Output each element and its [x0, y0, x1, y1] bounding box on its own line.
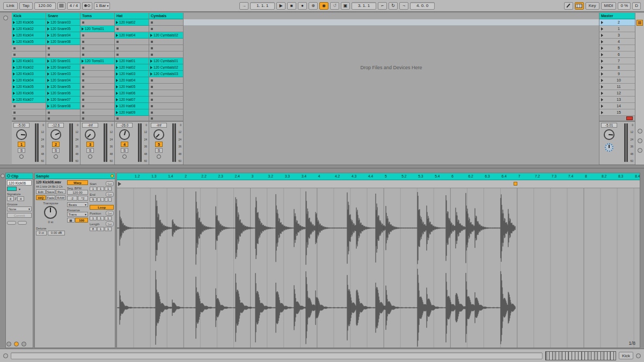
scene-slot[interactable]: 3: [599, 32, 635, 39]
solo-button[interactable]: S: [121, 148, 128, 153]
start-digit[interactable]: 1: [105, 187, 112, 191]
scene-slot[interactable]: 8: [599, 64, 635, 71]
volume-knob[interactable]: [50, 129, 61, 140]
tap-tempo-button[interactable]: Tap: [19, 2, 33, 10]
clip-slot[interactable]: 120 Kick03: [12, 71, 46, 77]
sample-props-toggle[interactable]: [14, 342, 19, 346]
clip-slot[interactable]: 120 Kick05: [12, 84, 46, 90]
empty-clip-slot[interactable]: [80, 39, 114, 45]
revert-button[interactable]: Rev.: [56, 189, 65, 194]
clip-play-icon[interactable]: [47, 98, 49, 101]
clip-play-icon[interactable]: [116, 85, 118, 88]
clip-play-icon[interactable]: [13, 92, 15, 95]
clip-overview[interactable]: [545, 351, 616, 360]
seg-bpm-value[interactable]: 120.00: [67, 190, 88, 195]
clip-slot[interactable]: 120 Cymbals03: [149, 71, 183, 77]
scene-launch-icon[interactable]: [601, 66, 603, 69]
empty-clip-slot[interactable]: [149, 39, 183, 45]
clip-slot[interactable]: 120 Hat01: [115, 58, 149, 64]
track-title[interactable]: Cymbals: [149, 13, 183, 19]
back-to-arrangement-button[interactable]: [626, 116, 633, 120]
bpm-half-button[interactable]: :2: [67, 196, 77, 201]
loop-length-field[interactable]: 4. 0. 0: [410, 2, 435, 10]
draw-mode-button[interactable]: [564, 2, 573, 10]
clip-slot[interactable]: 120 Hat02: [115, 64, 149, 71]
envelope-props-toggle[interactable]: [21, 342, 26, 346]
sample-box-header[interactable]: Sample: [35, 173, 115, 179]
empty-clip-slot[interactable]: [80, 90, 114, 97]
scene-slot[interactable]: 11: [599, 84, 635, 90]
clip-slot[interactable]: 120 Kick04: [12, 32, 46, 39]
clip-view-icon[interactable]: [1, 174, 5, 178]
volume-display[interactable]: -5.01: [601, 123, 617, 128]
midi-map-button[interactable]: MIDI: [601, 2, 617, 10]
clip-play-icon[interactable]: [47, 66, 49, 69]
clip-slot[interactable]: 120 Snare05: [46, 84, 80, 90]
clip-play-icon[interactable]: [82, 27, 84, 31]
commit-button[interactable]: Commit: [7, 213, 32, 218]
solo-button[interactable]: S: [155, 148, 163, 153]
loop-start-field[interactable]: 3. 1. 1: [352, 2, 376, 10]
track-title[interactable]: Kick: [12, 13, 46, 19]
clip-slot[interactable]: 120 Kick07: [12, 97, 46, 103]
clip-slot[interactable]: 120 Hat08: [115, 103, 149, 109]
empty-clip-slot[interactable]: [80, 71, 114, 77]
track-indicator-button[interactable]: Kick: [619, 352, 633, 359]
clip-slot[interactable]: 120 Hat07: [115, 97, 149, 103]
track-activator-button[interactable]: 1: [18, 142, 25, 147]
stop-all-clips-slot[interactable]: [80, 116, 114, 121]
capture-midi-button[interactable]: ▣: [341, 2, 350, 10]
clip-slot[interactable]: 120 Snare04: [46, 32, 80, 39]
empty-clip-slot[interactable]: [12, 103, 46, 109]
follow-button[interactable]: →: [239, 2, 248, 10]
empty-clip-slot[interactable]: [149, 77, 183, 84]
clip-slot[interactable]: 120 Hat02: [115, 19, 149, 26]
scene-slot[interactable]: 1: [599, 26, 635, 32]
end-digit[interactable]: 1: [97, 197, 104, 202]
corner-icon[interactable]: [636, 353, 641, 358]
clip-play-icon[interactable]: [47, 72, 49, 76]
scene-slot[interactable]: 6: [599, 51, 635, 58]
clip-play-icon[interactable]: [116, 72, 118, 76]
clip-play-icon[interactable]: [150, 72, 152, 76]
clip-play-icon[interactable]: [116, 92, 118, 95]
quantization-chooser[interactable]: 1 Bar▾: [94, 2, 110, 10]
empty-clip-slot[interactable]: [12, 45, 46, 51]
arrangement-position-field[interactable]: 1. 1. 1: [250, 2, 275, 10]
empty-clip-slot[interactable]: [80, 84, 114, 90]
stop-all-clips-slot[interactable]: [149, 116, 183, 121]
track-activator-button[interactable]: 5: [155, 142, 163, 147]
empty-clip-slot[interactable]: [149, 97, 183, 103]
mixer-section-toggle-icon[interactable]: [638, 129, 642, 134]
clip-play-icon[interactable]: [13, 60, 15, 63]
empty-clip-slot[interactable]: [80, 19, 114, 26]
computer-midi-keyboard-button[interactable]: [575, 2, 584, 10]
link-button[interactable]: Link: [3, 2, 18, 10]
length-digit[interactable]: 8: [90, 227, 97, 231]
solo-button[interactable]: S: [18, 148, 25, 153]
track-activator-button[interactable]: 3: [86, 142, 94, 147]
empty-clip-slot[interactable]: [80, 103, 114, 109]
empty-clip-slot[interactable]: [80, 64, 114, 71]
re-enable-automation-button[interactable]: ↺: [330, 2, 339, 10]
clip-slot[interactable]: 120 Snare03: [46, 19, 80, 26]
volume-display[interactable]: -26.0: [116, 123, 133, 128]
punch-in-button[interactable]: ⌐: [378, 2, 387, 10]
position-set-button[interactable]: Set: [106, 211, 114, 216]
signature-denominator[interactable]: 4: [17, 196, 24, 201]
clip-play-icon[interactable]: [116, 34, 118, 37]
clip-play-icon[interactable]: [13, 85, 15, 88]
scene-launch-icon[interactable]: [601, 40, 603, 43]
clip-props-toggle[interactable]: [6, 342, 11, 346]
clip-slot[interactable]: 120 Snare03: [46, 71, 80, 77]
volume-knob[interactable]: [604, 129, 614, 140]
volume-knob[interactable]: [119, 129, 130, 140]
clip-play-icon[interactable]: [47, 60, 49, 63]
session-empty-area[interactable]: Drop Files and Devices Here: [184, 13, 599, 165]
clip-play-icon[interactable]: [13, 21, 15, 24]
clip-slot[interactable]: 120 Snare08: [46, 103, 80, 109]
clip-slot[interactable]: 120 Hat03: [115, 71, 149, 77]
empty-clip-slot[interactable]: [80, 51, 114, 58]
scene-launch-icon[interactable]: [601, 27, 603, 31]
empty-clip-slot[interactable]: [115, 51, 149, 58]
